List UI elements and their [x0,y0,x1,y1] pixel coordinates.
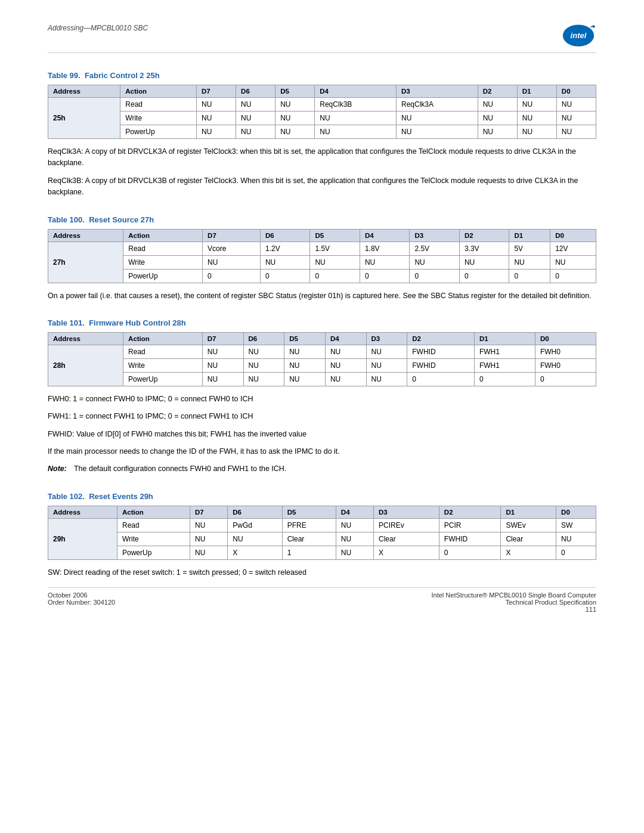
footer-product: Intel NetStructure® MPCBL0010 Single Boa… [431,592,596,599]
action-cell: Write [123,358,203,372]
col-address: Address [48,506,117,518]
table-row: PowerUp NU X 1 NU X 0 X 0 [48,546,596,559]
col-d6: D6 [236,85,275,98]
table99-title: Table 99. Fabric Control 2 25h [48,71,596,80]
section-table99: Table 99. Fabric Control 2 25h Address A… [48,71,596,199]
footer-spec: Technical Product Specification [431,599,596,606]
desc-sw: SW: Direct reading of the reset switch: … [48,567,596,578]
col-action: Action [123,332,203,345]
col-address: Address [48,85,120,98]
page: Addressing—MPCBL0010 SBC intel Table 99.… [0,0,644,631]
desc-fwhid: FWHID: Value of ID[0] of FWH0 matches th… [48,429,596,440]
col-action: Action [123,229,203,241]
note-label: Note: [48,463,67,475]
col-d1: D1 [517,85,556,98]
table100-title: Table 100. Reset Source 27h [48,215,596,224]
table102-title: Table 102. Reset Events 29h [48,492,596,501]
table102: Address Action D7 D6 D5 D4 D3 D2 D1 D0 2… [48,506,596,560]
col-d3: D3 [396,85,478,98]
table99: Address Action D7 D6 D5 D4 D3 D2 D1 D0 2… [48,85,596,139]
table-row: Write NU NU NU NU NU NU NU NU [48,255,596,269]
address-cell: 28h [48,345,123,386]
table-row: 27h Read Vcore 1.2V 1.5V 1.8V 2.5V 3.3V … [48,241,596,255]
address-cell: 27h [48,241,123,283]
header-title: Addressing—MPCBL0010 SBC [48,24,148,32]
desc-reqclk3a: ReqClk3A: A copy of bit DRVCLK3A of regi… [48,146,596,169]
address-cell: 29h [48,518,117,559]
svg-point-2 [592,25,595,27]
action-cell: PowerUp [117,546,190,559]
action-cell: Read [123,241,203,255]
intel-logo-icon: intel [561,24,596,48]
footer-left: October 2006 Order Number: 304120 [48,592,115,613]
table-row: 28h Read NU NU NU NU NU FWHID FWH1 FWH0 [48,345,596,358]
action-cell: PowerUp [123,372,203,386]
col-action: Action [120,85,197,98]
col-address: Address [48,229,123,241]
table100: Address Action D7 D6 D5 D4 D3 D2 D1 D0 2… [48,229,596,283]
action-cell: Read [123,345,203,358]
col-d2: D2 [478,85,517,98]
action-cell: Write [123,255,203,269]
section-table100: Table 100. Reset Source 27h Address Acti… [48,215,596,302]
desc-table100: On a power fail (i.e. that causes a rese… [48,290,596,302]
action-cell: Write [117,532,190,546]
action-cell: Read [117,518,190,532]
page-footer: October 2006 Order Number: 304120 Intel … [48,587,596,613]
col-d4: D4 [315,85,397,98]
col-address: Address [48,332,123,345]
col-d7: D7 [197,85,236,98]
note-text: The default configuration connects FWH0 … [74,463,286,475]
col-d0: D0 [556,85,596,98]
table101: Address Action D7 D6 D5 D4 D3 D2 D1 D0 2… [48,332,596,386]
footer-date: October 2006 [48,592,115,599]
desc-fwh0: FWH0: 1 = connect FWH0 to IPMC; 0 = conn… [48,394,596,405]
section-table101: Table 101. Firmware Hub Control 28h Addr… [48,318,596,475]
note-block: Note: The default configuration connects… [48,463,596,475]
table-row: PowerUp NU NU NU NU NU 0 0 0 [48,372,596,386]
footer-right: Intel NetStructure® MPCBL0010 Single Boa… [431,592,596,613]
table-row: PowerUp 0 0 0 0 0 0 0 0 [48,269,596,283]
table-row: Write NU NU NU NU NU FWHID FWH1 FWH0 [48,358,596,372]
desc-fwh1: FWH1: 1 = connect FWH1 to IPMC; 0 = conn… [48,411,596,422]
page-header: Addressing—MPCBL0010 SBC intel [48,24,596,53]
col-action: Action [117,506,190,518]
action-cell: PowerUp [123,269,203,283]
col-d5: D5 [275,85,315,98]
action-cell: Read [120,98,197,112]
action-cell: Write [120,112,197,125]
section-table102: Table 102. Reset Events 29h Address Acti… [48,492,596,578]
page-number: 111 [431,606,596,613]
action-cell: PowerUp [120,125,197,139]
table-row: Write NU NU Clear NU Clear FWHID Clear N… [48,532,596,546]
table-row: PowerUp NU NU NU NU NU NU NU NU [48,125,596,139]
address-cell: 25h [48,98,120,139]
table-row: Write NU NU NU NU NU NU NU NU [48,112,596,125]
svg-text:intel: intel [571,31,587,40]
desc-reqclk3b: ReqClk3B: A copy of bit DRVCLK3B of regi… [48,175,596,199]
table-row: 25h Read NU NU NU ReqClk3B ReqClk3A NU N… [48,98,596,112]
table101-title: Table 101. Firmware Hub Control 28h [48,318,596,327]
desc-fwh-main: If the main processor needs to change th… [48,446,596,457]
table-row: 29h Read NU PwGd PFRE NU PCIREv PCIR SWE… [48,518,596,532]
footer-order: Order Number: 304120 [48,599,115,606]
